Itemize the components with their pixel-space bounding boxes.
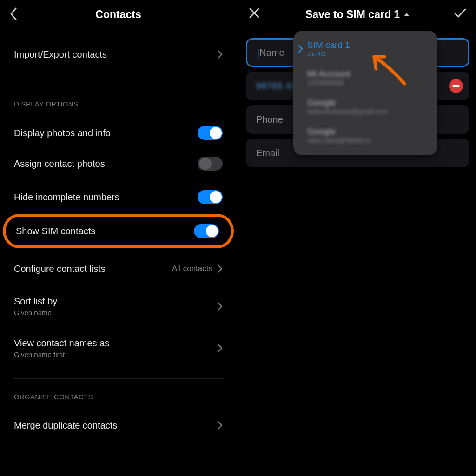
section-organise-contacts: ORGANISE CONTACTS: [0, 393, 237, 401]
display-photos-toggle[interactable]: [198, 126, 223, 140]
import-export-row[interactable]: Import/Export contacts: [0, 41, 237, 68]
dropdown-item-title: Google: [307, 98, 429, 108]
hide-incomplete-row[interactable]: Hide incomplete numbers: [0, 180, 237, 214]
dropdown-item-title: SIM card 1: [307, 40, 429, 50]
chevron-right-icon: [217, 421, 223, 430]
dropdown-item-google2[interactable]: · Google rahul.rawat@98dsfr.in: [293, 121, 437, 150]
header: Save to SIM card 1: [239, 0, 476, 29]
sort-by-label: Sort list by: [14, 296, 57, 307]
contacts-settings-screen: Contacts Import/Export contacts DISPLAY …: [0, 0, 238, 476]
dropdown-item-sub: Jio 4G: [307, 50, 429, 58]
confirm-icon[interactable]: [454, 7, 467, 19]
close-icon[interactable]: [249, 7, 260, 19]
dropdown-item-title: Google: [307, 126, 429, 137]
back-icon[interactable]: [9, 7, 18, 20]
sort-by-value: Given name: [14, 309, 57, 317]
dropdown-item-sub: hellorahulrawat@gmail.com: [307, 108, 429, 115]
dropdown-item-google1[interactable]: · Google hellorahulrawat@gmail.com: [293, 92, 437, 121]
assign-photos-row[interactable]: Assign contact photos: [0, 147, 237, 180]
assign-photos-toggle[interactable]: [198, 157, 223, 171]
save-destination-dropdown[interactable]: Save to SIM card 1: [305, 8, 410, 21]
view-names-as-row[interactable]: View contact names as Given name first: [0, 333, 237, 364]
name-placeholder: Name: [259, 47, 284, 58]
chevron-right-icon: [217, 302, 223, 311]
caret-up-icon: [403, 12, 410, 17]
display-photos-row[interactable]: Display photos and info: [0, 119, 237, 147]
view-names-as-label: View contact names as: [14, 338, 109, 349]
import-export-label: Import/Export contacts: [14, 49, 107, 60]
dropdown-item-title: Mi Account: [307, 69, 429, 79]
merge-duplicates-label: Merge duplicate contacts: [14, 420, 117, 431]
view-names-as-value: Given name first: [14, 350, 109, 358]
svg-rect-0: [452, 85, 460, 87]
configure-lists-row[interactable]: Configure contact lists All contacts: [0, 255, 237, 283]
merge-duplicates-row[interactable]: Merge duplicate contacts: [0, 412, 237, 439]
hide-incomplete-label: Hide incomplete numbers: [14, 192, 119, 203]
sort-by-row[interactable]: Sort list by Given name: [0, 291, 237, 322]
configure-lists-value: All contacts: [172, 264, 212, 273]
chevron-right-icon: [217, 264, 223, 273]
show-sim-row[interactable]: Show SIM contacts: [3, 214, 234, 248]
save-destination-menu: SIM card 1 Jio 4G · Mi Account 142090805…: [293, 31, 437, 155]
page-title: Contacts: [95, 8, 141, 21]
chevron-right-icon: [217, 344, 223, 353]
section-display-options: DISPLAY OPTIONS: [0, 100, 237, 108]
number-value: 98765 43: [256, 81, 297, 91]
phone-placeholder: Phone: [256, 114, 283, 125]
display-photos-label: Display photos and info: [14, 128, 111, 139]
hide-incomplete-toggle[interactable]: [198, 190, 223, 204]
dropdown-item-sim1[interactable]: SIM card 1 Jio 4G: [293, 34, 437, 63]
show-sim-toggle[interactable]: [194, 224, 219, 238]
dropdown-item-miaccount[interactable]: · Mi Account 1420908056: [293, 63, 437, 92]
dropdown-item-sub: 1420908056: [307, 79, 429, 86]
header: Contacts: [0, 0, 237, 29]
save-contact-screen: Save to SIM card 1 |Name 98765 43 Phone …: [238, 0, 476, 476]
dropdown-item-sub: rahul.rawat@98dsfr.in: [307, 137, 429, 144]
remove-number-icon[interactable]: [449, 79, 463, 93]
configure-lists-label: Configure contact lists: [14, 264, 106, 274]
save-destination-title: Save to SIM card 1: [305, 8, 400, 21]
show-sim-label: Show SIM contacts: [16, 226, 95, 237]
assign-photos-label: Assign contact photos: [14, 159, 105, 169]
chevron-right-icon: [217, 50, 223, 59]
chevron-right-icon: [298, 45, 307, 53]
email-placeholder: Email: [256, 148, 279, 159]
